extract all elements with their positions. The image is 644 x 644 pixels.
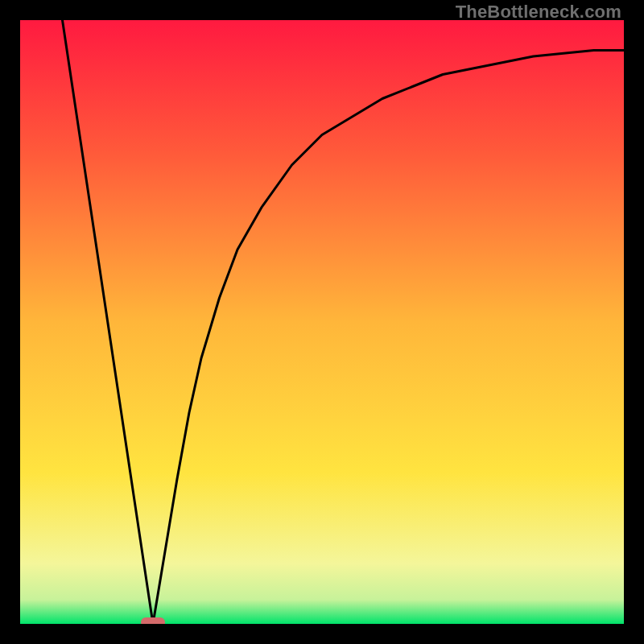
- minimum-marker: [141, 617, 165, 624]
- gradient-background: [20, 20, 624, 624]
- chart-frame: TheBottleneck.com: [0, 0, 644, 644]
- chart-svg: [20, 20, 624, 624]
- chart-plot-area: [20, 20, 624, 624]
